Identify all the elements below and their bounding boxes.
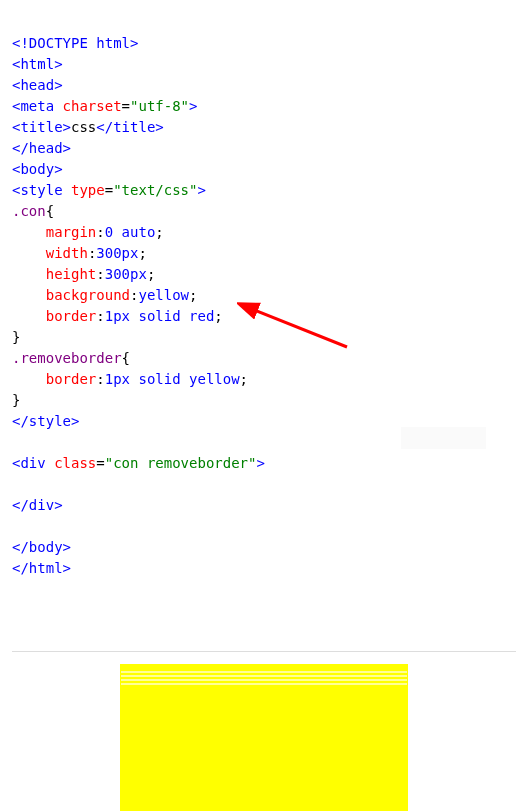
- svg-line-0: [252, 309, 347, 347]
- code-head-open: <head>: [12, 77, 63, 93]
- code-body-open: <body>: [12, 161, 63, 177]
- code-div-close: </div>: [12, 497, 63, 513]
- code-block: <!DOCTYPE html> <html> <head> <meta char…: [12, 12, 516, 621]
- code-html-close: </html>: [12, 560, 71, 576]
- code-html-open: <html>: [12, 56, 63, 72]
- yellow-box-demo: [120, 664, 408, 811]
- code-head-close: </head>: [12, 140, 71, 156]
- code-doctype: <!DOCTYPE html: [12, 35, 130, 51]
- annotation-arrow-icon: [237, 297, 357, 357]
- code-body-close: </body>: [12, 539, 71, 555]
- demo-area: [12, 664, 516, 811]
- gray-patch: [401, 427, 486, 449]
- selector-removeborder: .removeborder: [12, 350, 122, 366]
- code-style-close: </style>: [12, 413, 79, 429]
- selector-con: .con: [12, 203, 46, 219]
- section-divider: [12, 651, 516, 652]
